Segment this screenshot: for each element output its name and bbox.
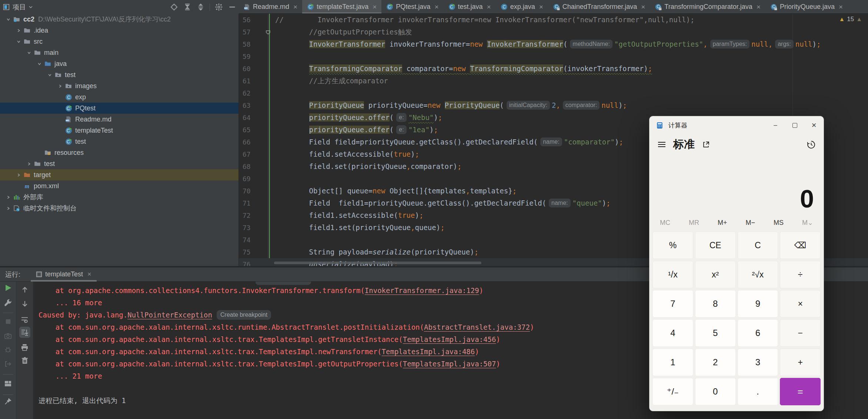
line-number[interactable]: 70 (239, 185, 261, 197)
calc-button-2[interactable]: 2 (695, 349, 736, 376)
calc-button-_[interactable]: % (652, 232, 693, 259)
tree-item--idea[interactable]: .idea (0, 25, 238, 36)
calc-button-x_[interactable]: x² (695, 261, 736, 288)
calc-button-_[interactable]: ⌫ (780, 232, 821, 259)
line-number[interactable]: 69 (239, 173, 261, 185)
chevron-down-icon[interactable] (4, 15, 13, 24)
settings-icon[interactable] (213, 2, 224, 12)
chevron-right-icon[interactable] (14, 170, 23, 179)
chevron-right-icon[interactable] (56, 82, 64, 90)
close-icon[interactable]: × (487, 3, 491, 11)
history-icon[interactable] (807, 140, 815, 149)
close-icon[interactable]: × (434, 3, 438, 11)
stack-trace-link[interactable]: InvokerTransformer.java:129 (365, 286, 479, 295)
line-number[interactable]: 67 (239, 148, 261, 160)
line-number[interactable]: 59 (239, 50, 261, 63)
close-icon[interactable]: × (641, 3, 645, 11)
settings-button[interactable] (3, 297, 14, 308)
calc-button-5[interactable]: 5 (695, 319, 736, 347)
stack-trace-link[interactable]: NullPointerException (127, 311, 212, 319)
layout-button[interactable] (3, 378, 14, 389)
editor-tab-priorityqueue-java[interactable]: CPriorityQueue.java× (765, 0, 848, 14)
tree-item--[interactable]: 外部库 (0, 192, 238, 203)
line-number[interactable]: 62 (239, 87, 261, 99)
close-icon[interactable]: × (757, 3, 761, 11)
line-number[interactable]: 64 (239, 112, 261, 124)
chevron-right-icon[interactable] (4, 193, 13, 202)
tree-item-test[interactable]: test (0, 158, 238, 169)
tree-item-cc2[interactable]: cc2D:\WebSecurity\CTF\JAVA\反序列化学习\cc2 (0, 14, 238, 25)
chevron-right-icon[interactable] (14, 26, 23, 35)
line-number[interactable]: 68 (239, 160, 261, 173)
run-tab[interactable]: templateTest × (31, 267, 97, 282)
close-button[interactable]: ✕ (804, 116, 824, 134)
close-icon[interactable]: × (539, 3, 543, 11)
calc-button-6[interactable]: 6 (738, 319, 778, 347)
chevron-right-icon[interactable] (4, 204, 13, 213)
memory-button-ms[interactable]: MS (774, 219, 784, 227)
line-number[interactable]: 72 (239, 209, 261, 222)
calculator-title-bar[interactable]: 计算器 – ✕ (650, 116, 824, 134)
line-number[interactable]: 57 (239, 26, 261, 38)
calc-button-9[interactable]: 9 (738, 290, 778, 317)
tree-item-exp[interactable]: Cexp (0, 92, 238, 103)
tree-item-test[interactable]: Ctest (0, 136, 238, 147)
line-number[interactable]: 60 (239, 63, 261, 75)
tree-item-src[interactable]: src (0, 36, 238, 47)
tree-item-readme-md[interactable]: MDReadme.md (0, 114, 238, 125)
calc-button-_[interactable]: ÷ (780, 261, 821, 288)
calc-button-4[interactable]: 4 (652, 319, 693, 347)
line-number[interactable]: 73 (239, 222, 261, 234)
prev-occurrence-button[interactable] (19, 284, 30, 295)
calc-button-_[interactable]: + (780, 349, 821, 376)
maximize-button[interactable] (785, 116, 804, 134)
calc-button-7[interactable]: 7 (652, 290, 693, 317)
line-number[interactable]: 63 (239, 99, 261, 112)
close-icon[interactable]: × (839, 3, 843, 11)
editor-tab-transformingcomparator-java[interactable]: CTransformingComparator.java× (650, 0, 765, 14)
clear-console-button[interactable] (19, 355, 30, 366)
soft-wrap-button[interactable] (19, 314, 30, 325)
stack-trace-link[interactable]: AbstractTranslet.java:372 (424, 323, 530, 331)
project-tool-window-title[interactable]: 项目 (3, 3, 33, 11)
editor-tab-exp-java[interactable]: Cexp.java× (496, 0, 548, 14)
calc-button-_[interactable]: ⁺/₋ (652, 378, 693, 405)
chevron-down-icon[interactable] (45, 70, 54, 79)
tree-item-pom-xml[interactable]: mpom.xml (0, 180, 238, 192)
stack-trace-link[interactable]: TemplatesImpl.java:507 (403, 360, 496, 368)
tree-item-test[interactable]: test (0, 69, 238, 80)
tree-item-target[interactable]: target (0, 169, 238, 180)
calc-button-8[interactable]: 8 (695, 290, 736, 317)
editor-tab-chainedtransformer-java[interactable]: CChainedTransformer.java× (548, 0, 650, 14)
line-number[interactable]: 56 (239, 14, 261, 26)
hide-icon[interactable] (227, 2, 238, 12)
print-button[interactable] (19, 342, 30, 353)
pin-button[interactable] (3, 396, 14, 407)
line-number[interactable]: 71 (239, 197, 261, 209)
line-number[interactable]: 75 (239, 246, 261, 258)
tree-item-templatetest[interactable]: CtemplateTest (0, 125, 238, 136)
editor-tab-templatetest-java[interactable]: CtemplateTest.java× (302, 0, 381, 14)
chevron-down-icon[interactable] (24, 48, 33, 57)
rerun-button[interactable] (3, 282, 14, 293)
close-icon[interactable]: × (293, 3, 297, 11)
close-icon[interactable]: × (373, 3, 377, 11)
calc-button-_x[interactable]: ¹/x (652, 261, 693, 288)
scroll-to-end-button[interactable] (19, 327, 30, 338)
calc-button-C[interactable]: C (738, 232, 778, 259)
calc-button-_[interactable]: − (780, 319, 821, 347)
chevron-down-icon[interactable] (14, 37, 23, 46)
tree-item-java[interactable]: java (0, 58, 238, 69)
stack-trace-link[interactable]: TemplatesImpl.java:486 (382, 347, 475, 356)
calc-button-3[interactable]: 3 (738, 349, 778, 376)
editor-tab-readme-md[interactable]: MDReadme.md× (239, 0, 302, 14)
tree-item-resources[interactable]: resources (0, 147, 238, 158)
close-icon[interactable]: × (87, 270, 91, 278)
line-number[interactable]: 66 (239, 136, 261, 148)
expand-all-icon[interactable] (182, 2, 193, 12)
stack-trace-link[interactable]: TemplatesImpl.java:456 (403, 335, 496, 343)
calc-button-0[interactable]: 0 (695, 378, 736, 405)
menu-icon[interactable] (658, 141, 666, 148)
inspection-widget[interactable]: ▲ 15 ▲ (839, 16, 862, 23)
chevron-right-icon[interactable] (24, 159, 33, 168)
